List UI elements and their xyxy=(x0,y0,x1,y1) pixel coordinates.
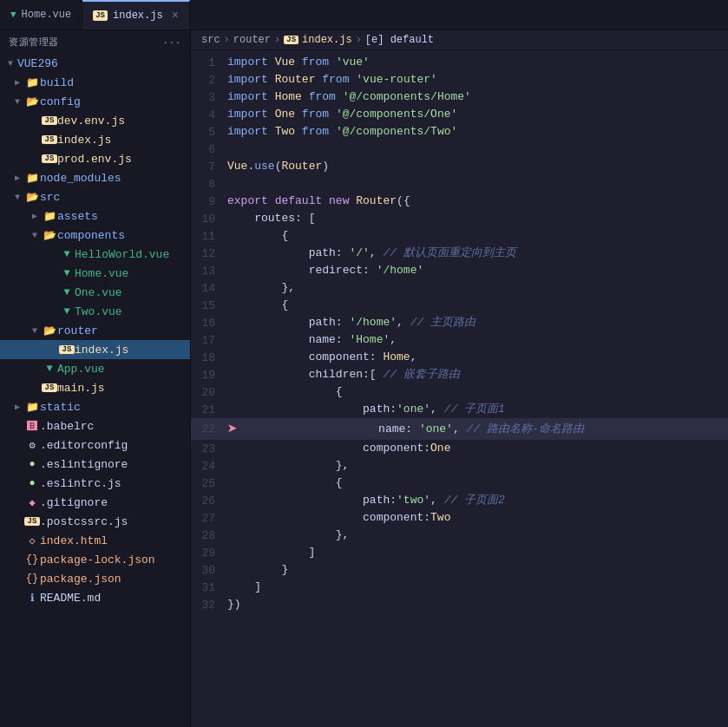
root-label: VUE296 xyxy=(17,57,190,70)
static-label: static xyxy=(40,401,190,414)
dev-env-label: dev.env.js xyxy=(57,115,190,128)
sidebar-options[interactable]: ··· xyxy=(163,37,181,48)
config-label: config xyxy=(40,95,190,108)
line-number: 5 xyxy=(191,126,227,139)
line-content: import Router from 'vue-router' xyxy=(227,71,728,88)
line-content: redirect: '/home' xyxy=(227,262,728,279)
build-arrow: ▶ xyxy=(10,77,24,88)
config-index-label: index.js xyxy=(57,134,190,147)
line-number: 12 xyxy=(191,247,227,260)
config-arrow: ▼ xyxy=(10,97,24,107)
line-number: 14 xyxy=(191,282,227,295)
sidebar-item-eslintrc[interactable]: ● .eslintrc.js xyxy=(0,474,190,493)
code-line-19: 19 children:[ // 嵌套子路由 xyxy=(191,366,728,383)
sidebar-item-package-json[interactable]: {} package.json xyxy=(0,569,190,588)
vue-icon: ▼ xyxy=(10,10,16,20)
sidebar-item-home-vue[interactable]: ▼ Home.vue xyxy=(0,264,190,283)
sidebar-item-src[interactable]: ▼ 📂 src xyxy=(0,187,190,206)
line-content: import Home from '@/components/Home' xyxy=(227,88,728,106)
breadcrumb-js-icon: JS xyxy=(284,36,298,44)
line-number: 3 xyxy=(191,91,227,104)
line-content: import One from '@/components/One' xyxy=(227,106,728,123)
vue-file-icon2: ▼ xyxy=(59,267,75,279)
components-label: components xyxy=(57,229,190,242)
breadcrumb: src › router › JS index.js › [e] default xyxy=(191,30,728,50)
line-content: ] xyxy=(227,579,728,596)
code-line-27: 27 component:Two xyxy=(191,509,728,527)
line-number: 1 xyxy=(191,56,227,69)
sidebar-item-build[interactable]: ▶ 📁 build xyxy=(0,73,190,92)
line-number: 30 xyxy=(191,564,227,577)
sidebar-item-postcss[interactable]: JS .postcssrc.js xyxy=(0,512,190,531)
sidebar-item-router-index[interactable]: JS index.js xyxy=(0,340,190,359)
sidebar-item-prod-env[interactable]: JS prod.env.js xyxy=(0,149,190,168)
eslint-icon: ● xyxy=(24,458,40,470)
sidebar-item-dev-env[interactable]: JS dev.env.js xyxy=(0,111,190,130)
sidebar-item-readme[interactable]: ℹ README.md xyxy=(0,588,190,607)
sidebar: 资源管理器 ··· ▼ VUE296 ▶ 📁 build ▼ 📂 config xyxy=(0,30,191,727)
sidebar-item-editorconfig[interactable]: ⚙ .editorconfig xyxy=(0,436,190,455)
vue-file-icon5: ▼ xyxy=(42,363,57,375)
sidebar-item-static[interactable]: ▶ 📁 static xyxy=(0,397,190,416)
static-icon: 📁 xyxy=(24,401,40,414)
src-label: src xyxy=(40,191,190,204)
vue-file-icon4: ▼ xyxy=(59,305,75,318)
index-html-label: index.html xyxy=(40,534,190,547)
line-content: import Two from '@/components/Two' xyxy=(227,123,728,141)
tab-index-js[interactable]: JS index.js × xyxy=(82,0,190,29)
sidebar-item-index-html[interactable]: ◇ index.html xyxy=(0,531,190,550)
line-number: 17 xyxy=(191,334,227,347)
sidebar-item-helloworld[interactable]: ▼ HelloWorld.vue xyxy=(0,245,190,264)
line-number: 29 xyxy=(191,547,227,560)
line-number: 25 xyxy=(191,477,227,490)
sidebar-item-assets[interactable]: ▶ 📁 assets xyxy=(0,206,190,226)
router-index-label: index.js xyxy=(75,344,190,357)
code-line-13: 13 redirect: '/home' xyxy=(191,262,728,279)
code-line-24: 24 }, xyxy=(191,457,728,475)
tab-home-vue-label: Home.vue xyxy=(22,9,72,21)
sidebar-header: 资源管理器 ··· xyxy=(0,30,190,54)
node-modules-label: node_modules xyxy=(40,172,190,185)
code-line-29: 29 ] xyxy=(191,544,728,561)
close-icon[interactable]: × xyxy=(172,9,179,23)
code-line-5: 5import Two from '@/components/Two' xyxy=(191,123,728,141)
line-number: 31 xyxy=(191,581,227,594)
sidebar-item-node-modules[interactable]: ▶ 📁 node_modules xyxy=(0,168,190,187)
sidebar-item-two-vue[interactable]: ▼ Two.vue xyxy=(0,302,190,321)
line-content: } xyxy=(227,561,728,579)
folder-icon: 📁 xyxy=(24,76,40,89)
home-vue-label: Home.vue xyxy=(75,267,190,280)
line-number: 20 xyxy=(191,386,227,399)
code-editor[interactable]: 1import Vue from 'vue'2import Router fro… xyxy=(191,50,728,727)
line-content: }, xyxy=(227,457,728,475)
sidebar-item-app-vue[interactable]: ▼ App.vue xyxy=(0,359,190,378)
sidebar-item-babelrc[interactable]: 🅱 .babelrc xyxy=(0,416,190,436)
line-number: 7 xyxy=(191,160,227,174)
line-number: 9 xyxy=(191,195,227,208)
sidebar-item-package-lock[interactable]: {} package-lock.json xyxy=(0,550,190,569)
sidebar-item-main-js[interactable]: JS main.js xyxy=(0,378,190,397)
sidebar-item-config[interactable]: ▼ 📂 config xyxy=(0,92,190,111)
sidebar-item-components[interactable]: ▼ 📂 components xyxy=(0,226,190,245)
line-number: 11 xyxy=(191,230,227,243)
sidebar-item-gitignore[interactable]: ◆ .gitignore xyxy=(0,493,190,512)
sidebar-root[interactable]: ▼ VUE296 xyxy=(0,54,190,73)
line-content: name: 'one', // 路由名称-命名路由 xyxy=(243,421,728,438)
helloworld-label: HelloWorld.vue xyxy=(75,248,190,261)
eslintrc-icon: ● xyxy=(24,477,40,489)
line-number: 28 xyxy=(191,529,227,542)
sidebar-item-config-index[interactable]: JS index.js xyxy=(0,130,190,149)
code-line-4: 4import One from '@/components/One' xyxy=(191,106,728,123)
breadcrumb-src: src xyxy=(201,34,220,46)
tab-home-vue[interactable]: ▼ Home.vue xyxy=(0,0,82,29)
sidebar-item-one-vue[interactable]: ▼ One.vue xyxy=(0,283,190,302)
sidebar-item-router[interactable]: ▼ 📂 router xyxy=(0,321,190,340)
code-line-25: 25 { xyxy=(191,475,728,492)
code-line-12: 12 path: '/', // 默认页面重定向到主页 xyxy=(191,245,728,262)
line-content: component:Two xyxy=(227,509,728,527)
git-icon: ◆ xyxy=(24,496,40,509)
babel-icon: 🅱 xyxy=(24,420,40,433)
line-number: 32 xyxy=(191,599,227,612)
code-line-30: 30 } xyxy=(191,561,728,579)
sidebar-item-eslintignore[interactable]: ● .eslintignore xyxy=(0,455,190,474)
